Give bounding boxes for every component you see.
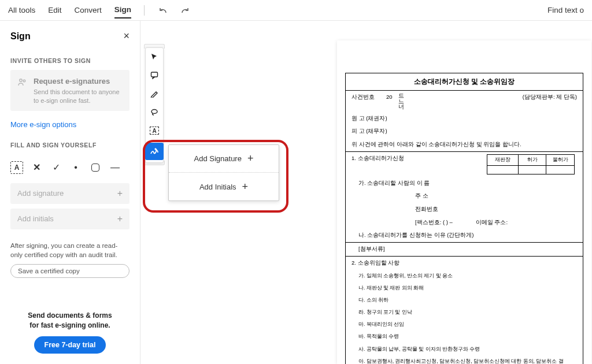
tab-sign[interactable]: Sign: [114, 2, 131, 18]
redo-icon[interactable]: [180, 5, 191, 16]
circle-tool-icon[interactable]: [89, 161, 102, 174]
pointer-tool-icon[interactable]: [148, 50, 161, 63]
doc-hangul-stack: 드느너: [398, 93, 404, 110]
pen-tool-icon[interactable]: [148, 87, 161, 100]
sign-tool-icon[interactable]: [145, 143, 164, 160]
svg-rect-2: [151, 72, 158, 77]
vertical-toolbar: A: [145, 47, 164, 163]
plus-icon: +: [117, 214, 123, 224]
svg-point-3: [151, 110, 157, 114]
free-trial-button[interactable]: Free 7-day trial: [34, 336, 106, 354]
people-icon: [17, 77, 28, 87]
tab-all-tools[interactable]: All tools: [8, 2, 35, 18]
doc-s1b: 나. 소송대리허가를 신청하는 이유 (간단하게): [346, 229, 583, 242]
textbox-tool-icon[interactable]: A: [148, 124, 161, 137]
text-tool-icon[interactable]: A: [10, 161, 23, 174]
sidebar-title: Sign: [10, 31, 31, 42]
comment-tool-icon[interactable]: [148, 69, 161, 81]
add-initials-option[interactable]: Add Initials +: [169, 173, 279, 200]
plus-icon: +: [117, 188, 123, 199]
dot-tool-icon[interactable]: •: [69, 161, 82, 174]
add-signature-field[interactable]: Add signature +: [10, 183, 130, 204]
doc-case-label: 사건번호: [352, 93, 375, 102]
lasso-tool-icon[interactable]: [148, 106, 161, 118]
document-canvas: A Add Signature + Add Initials + 소송대리허가신…: [140, 21, 592, 364]
doc-intro: 위 사건에 관하여 아래와 같이 소송대리허가신청 및 위임을 합니다.: [346, 138, 583, 151]
svg-point-1: [23, 80, 25, 82]
add-signature-option-label: Add Signature: [194, 154, 242, 163]
sign-sidebar: Sign × INVITE OTHERS TO SIGN Request e-s…: [0, 21, 140, 364]
request-signatures-card[interactable]: Request e-signatures Send this document …: [10, 70, 130, 111]
plus-icon: +: [242, 181, 249, 193]
doc-s1a: 가. 소송대리할 사람의 이 름: [346, 177, 583, 190]
signature-popover: Add Signature + Add Initials +: [168, 144, 279, 201]
tab-edit[interactable]: Edit: [48, 2, 61, 18]
fill-tool-row: A ✕ ✓ • —: [10, 161, 130, 174]
plus-icon: +: [247, 153, 254, 165]
add-signature-label: Add signature: [17, 189, 64, 198]
undo-icon[interactable]: [157, 5, 168, 16]
doc-attach: [첨부서류]: [346, 243, 583, 256]
invite-section-label: INVITE OTHERS TO SIGN: [10, 57, 130, 64]
doc-approval-grid: 재판장허가불허가: [487, 154, 575, 174]
certified-note: After signing, you can create a read-onl…: [10, 241, 130, 259]
pdf-document[interactable]: 소송대리허가신청 및 소송위임장 사건번호 20 드느너 (담당재판부: 제 단…: [337, 40, 591, 364]
request-subtitle: Send this document to anyone to e-sign o…: [34, 88, 123, 105]
tab-convert[interactable]: Convert: [75, 2, 102, 18]
add-initials-label: Add initials: [17, 214, 54, 223]
doc-plaintiff: 원 고 (채권자): [346, 112, 583, 125]
find-text-label[interactable]: Find text o: [547, 6, 584, 14]
doc-s1: 1. 소송대리허가신청: [352, 154, 404, 163]
save-certified-button[interactable]: Save a certified copy: [10, 264, 130, 278]
doc-s2: 2. 소송위임할 사항: [346, 257, 583, 270]
close-icon[interactable]: ×: [123, 30, 130, 42]
doc-dept: (담당재판부: 제 단독): [523, 93, 577, 102]
svg-point-0: [20, 79, 22, 81]
line-tool-icon[interactable]: —: [109, 161, 121, 174]
add-signature-option[interactable]: Add Signature +: [169, 145, 279, 173]
doc-defendant: 피 고 (채무자): [346, 125, 583, 138]
promo-line-2: for fast e-signing online.: [10, 321, 130, 330]
check-tool-icon[interactable]: ✓: [50, 161, 62, 174]
toolbar-divider: [144, 5, 145, 16]
add-initials-field[interactable]: Add initials +: [10, 209, 130, 229]
top-toolbar: All tools Edit Convert Sign Find text o: [0, 0, 592, 21]
promo-line-1: Send documents & forms: [10, 311, 130, 321]
more-esign-link[interactable]: More e-sign options: [10, 120, 130, 129]
request-title: Request e-signatures: [34, 77, 123, 86]
doc-title: 소송대리허가신청 및 소송위임장: [346, 73, 583, 90]
x-mark-tool-icon[interactable]: ✕: [30, 161, 43, 174]
doc-case-year: 20: [386, 93, 393, 102]
fill-section-label: FILL AND SIGN YOURSELF: [10, 142, 130, 148]
add-initials-option-label: Add Initials: [199, 183, 236, 191]
